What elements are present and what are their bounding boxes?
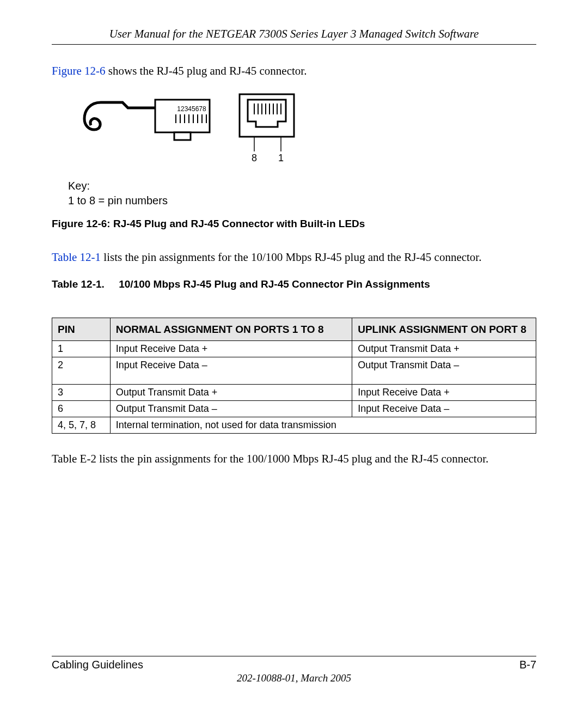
figure-caption: Figure 12-6: RJ-45 Plug and RJ-45 Connec… bbox=[52, 218, 536, 230]
table-row: 1 Input Receive Data + Output Transmit D… bbox=[52, 341, 536, 357]
figure-link[interactable]: Figure 12-6 bbox=[52, 64, 106, 77]
intro-text-2: lists the pin assignments for the 10/100… bbox=[101, 251, 481, 264]
cell-uplink: Input Receive Data – bbox=[352, 401, 536, 417]
figure-12-6-diagram: 12345678 bbox=[68, 92, 536, 208]
table-row: 3 Output Transmit Data + Input Receive D… bbox=[52, 385, 536, 401]
paragraph-3: Table E-2 lists the pin assignments for … bbox=[52, 451, 536, 466]
page-number: B-7 bbox=[519, 659, 536, 671]
intro-paragraph-2: Table 12-1 lists the pin assignments for… bbox=[52, 249, 536, 265]
cell-normal: Output Transmit Data + bbox=[110, 385, 352, 401]
running-header: User Manual for the NETGEAR 7300S Series… bbox=[52, 27, 536, 41]
table-number: Table 12-1. bbox=[52, 278, 105, 290]
cell-pin: 1 bbox=[52, 341, 111, 357]
cell-pin: 4, 5, 7, 8 bbox=[52, 417, 111, 434]
rj45-plug-icon: 12345678 bbox=[68, 92, 215, 151]
cell-span: Internal termination, not used for data … bbox=[110, 417, 536, 434]
svg-rect-1 bbox=[174, 132, 191, 140]
plug-pin-numbers: 12345678 bbox=[177, 105, 206, 113]
key-description: 1 to 8 = pin numbers bbox=[68, 194, 168, 206]
table-title-text: 10/100 Mbps RJ-45 Plug and RJ-45 Connect… bbox=[119, 278, 430, 290]
key-label: Key: bbox=[68, 180, 90, 192]
col-pin: PIN bbox=[52, 318, 111, 341]
intro-paragraph-1: Figure 12-6 shows the RJ-45 plug and RJ-… bbox=[52, 63, 536, 78]
table-row: 2 Input Receive Data – Output Transmit D… bbox=[52, 357, 536, 385]
cell-uplink: Input Receive Data + bbox=[352, 385, 536, 401]
cell-normal: Input Receive Data + bbox=[110, 341, 352, 357]
table-row-last: 4, 5, 7, 8 Internal termination, not use… bbox=[52, 417, 536, 434]
pin-assignment-table: PIN NORMAL ASSIGNMENT ON PORTS 1 TO 8 UP… bbox=[52, 318, 536, 434]
jack-pin-1-label: 1 bbox=[278, 153, 284, 163]
col-uplink: UPLINK ASSIGNMENT ON PORT 8 bbox=[352, 318, 536, 341]
jack-pin-8-label: 8 bbox=[252, 153, 257, 163]
cell-uplink: Output Transmit Data – bbox=[352, 357, 536, 385]
table-link[interactable]: Table 12-1 bbox=[52, 251, 101, 264]
header-rule bbox=[52, 44, 536, 45]
table-caption: Table 12-1. 10/100 Mbps RJ-45 Plug and R… bbox=[52, 278, 536, 290]
footer-rule bbox=[52, 656, 536, 656]
cell-normal: Input Receive Data – bbox=[110, 357, 352, 385]
cell-pin: 3 bbox=[52, 385, 111, 401]
col-normal: NORMAL ASSIGNMENT ON PORTS 1 TO 8 bbox=[110, 318, 352, 341]
cell-normal: Output Transmit Data – bbox=[110, 401, 352, 417]
footer-docid: 202-10088-01, March 2005 bbox=[52, 672, 536, 684]
table-row: 6 Output Transmit Data – Input Receive D… bbox=[52, 401, 536, 417]
footer-section: Cabling Guidelines bbox=[52, 659, 143, 671]
rj45-jack-icon: 8 1 bbox=[237, 92, 297, 168]
cell-pin: 2 bbox=[52, 357, 111, 385]
cell-pin: 6 bbox=[52, 401, 111, 417]
cell-uplink: Output Transmit Data + bbox=[352, 341, 536, 357]
intro-text-1: shows the RJ-45 plug and RJ-45 connector… bbox=[106, 64, 307, 77]
